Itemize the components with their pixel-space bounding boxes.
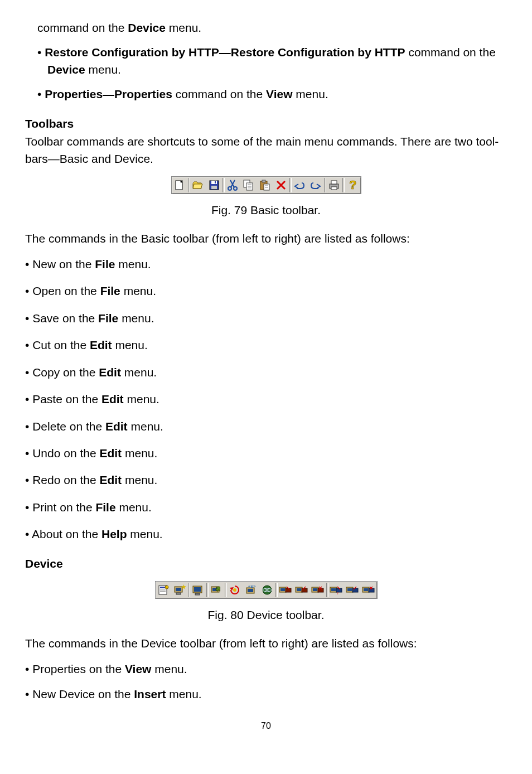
basic-toolbar: ? [171, 176, 361, 194]
bold-text: Edit [90, 338, 112, 351]
svg-text:«s»: «s» [248, 584, 256, 589]
svg-rect-55 [347, 588, 352, 591]
save-icon [206, 177, 223, 194]
top-bullet-1: Restore Configuration by HTTP—Restore Co… [47, 44, 507, 78]
text: command on the [405, 46, 496, 59]
list-item: Redo on the Edit menu. [35, 472, 507, 488]
text: Undo on the [32, 447, 99, 459]
svg-rect-46 [302, 588, 307, 592]
text: menu. [124, 393, 159, 405]
toolbars-para: Toolbar commands are shortcuts to some o… [25, 133, 507, 167]
open-icon [190, 177, 206, 194]
list-item: New on the File menu. [35, 256, 507, 273]
bold-text: Device [128, 21, 166, 34]
undo-icon [292, 177, 308, 194]
svg-rect-2 [211, 181, 217, 184]
text: Properties on the [32, 662, 125, 675]
svg-rect-22 [160, 587, 166, 588]
bold-text: Restore Configuration by HTTP—Restore Co… [45, 46, 405, 59]
svg-rect-51 [331, 588, 336, 591]
list-item: Properties on the View menu. [35, 661, 507, 678]
bold-text: Device [47, 63, 85, 76]
device-e-icon [345, 582, 361, 598]
text: menu. [127, 528, 162, 540]
fig80-caption: Fig. 80 Device toolbar. [25, 607, 507, 623]
device-a-icon [278, 582, 294, 598]
svg-point-5 [228, 187, 231, 190]
svg-rect-27 [176, 588, 181, 591]
list-item: New Device on the Insert menu. [35, 686, 507, 703]
svg-rect-59 [369, 588, 374, 592]
help-icon: ? [345, 177, 361, 194]
text: Print on the [32, 501, 95, 514]
list-item: Save on the File menu. [35, 310, 507, 327]
text: Redo on the [32, 473, 99, 486]
text: menu. [293, 88, 328, 100]
list-item: Open on the File menu. [35, 283, 507, 299]
bold-text: Insert [134, 688, 166, 700]
svg-rect-13 [262, 180, 265, 182]
bold-text: File [100, 284, 120, 297]
page-number: 70 [25, 719, 507, 732]
device-intro: The commands in the Device toolbar (from… [25, 635, 507, 652]
svg-point-35 [233, 588, 236, 592]
intro-line: command on the Device menu. [37, 20, 507, 36]
update-icon: «s» [243, 582, 259, 598]
bold-text: Edit [99, 473, 122, 486]
redo-icon [308, 177, 324, 194]
text: menu. [166, 21, 201, 34]
list-item: Paste on the Edit menu. [35, 391, 507, 408]
properties-icon [156, 582, 172, 598]
cut-icon [225, 177, 241, 194]
config-icon [209, 582, 225, 598]
bold-text: Properties—Properties [45, 88, 172, 100]
bold-text: Edit [99, 366, 121, 379]
bold-text: File [95, 258, 115, 270]
text: menu. [118, 312, 154, 325]
text: Save on the [32, 312, 98, 325]
new-icon [172, 177, 188, 194]
top-bullet-2: Properties—Properties command on the Vie… [47, 86, 507, 103]
svg-rect-4 [215, 181, 216, 183]
text: menu. [151, 662, 187, 675]
copy-icon [241, 177, 257, 194]
text: Paste on the [32, 393, 101, 405]
bold-text: Edit [99, 447, 122, 459]
device-toolbar: ★ «s» f [155, 581, 378, 599]
text: Copy on the [32, 366, 99, 379]
device-b-icon [294, 582, 310, 598]
fig79-caption: Fig. 79 Basic toolbar. [25, 202, 507, 219]
text: Cut on the [32, 338, 90, 351]
text: menu. [122, 473, 157, 486]
delete-icon [273, 177, 289, 194]
svg-text:?: ? [349, 179, 356, 191]
svg-rect-19 [331, 187, 337, 190]
bold-text: Edit [101, 393, 124, 405]
text: menu. [115, 258, 151, 270]
svg-point-25 [165, 586, 168, 589]
svg-rect-49 [318, 588, 323, 592]
basic-toolbar-figure: ? [25, 176, 507, 194]
bold-text: View [266, 88, 292, 100]
svg-rect-48 [313, 588, 317, 591]
text: command on the [37, 21, 128, 34]
paste-icon [257, 177, 273, 194]
list-item: Undo on the Edit menu. [35, 445, 507, 462]
bold-text: Edit [105, 420, 128, 433]
text: menu. [112, 338, 148, 351]
bold-text: View [125, 662, 151, 675]
print-icon [326, 177, 342, 194]
basic-intro: The commands in the Basic toolbar (from … [25, 230, 507, 247]
text: menu. [121, 366, 157, 379]
text: menu. [166, 688, 201, 700]
list-item: Copy on the Edit menu. [35, 364, 507, 381]
bold-text: Help [101, 528, 127, 540]
device-f-icon [361, 582, 377, 598]
svg-rect-18 [331, 181, 337, 184]
text: menu. [116, 501, 152, 514]
text: menu. [85, 63, 121, 76]
text: Open on the [32, 284, 100, 297]
wireless-icon [259, 582, 275, 598]
toolbars-heading: Toolbars [25, 115, 507, 132]
list-item: Cut on the Edit menu. [35, 337, 507, 354]
